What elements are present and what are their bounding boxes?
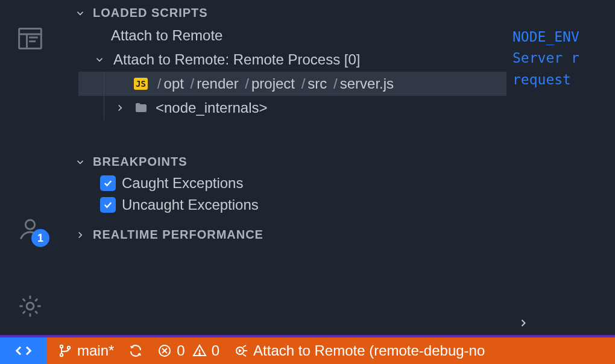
tree-item-label: Attach to Remote: Remote Process [0] bbox=[113, 51, 361, 68]
section-title: LOADED SCRIPTS bbox=[93, 6, 208, 20]
chevron-down-icon bbox=[93, 53, 106, 66]
warning-number: 0 bbox=[212, 342, 219, 359]
svg-marker-16 bbox=[239, 349, 242, 353]
tree-guide bbox=[104, 72, 104, 96]
git-branch[interactable]: main* bbox=[58, 342, 114, 359]
chevron-right-icon bbox=[74, 228, 87, 242]
svg-line-17 bbox=[243, 345, 246, 347]
chevron-down-icon bbox=[74, 155, 87, 169]
terminal-line: Server r bbox=[512, 50, 579, 66]
errors-count[interactable]: 0 bbox=[157, 342, 184, 359]
account-badge: 1 bbox=[31, 229, 49, 247]
svg-point-8 bbox=[60, 354, 63, 356]
terminal-line: request bbox=[512, 72, 571, 87]
section-header-loaded-scripts[interactable]: LOADED SCRIPTS bbox=[60, 2, 506, 24]
folder-icon bbox=[134, 101, 148, 115]
layout-icon[interactable] bbox=[16, 24, 45, 53]
tree-item-attach[interactable]: Attach to Remote bbox=[78, 24, 506, 48]
account-icon[interactable]: 1 bbox=[16, 215, 45, 243]
debug-sidebar: LOADED SCRIPTS Attach to Remote Attach t… bbox=[60, 0, 506, 335]
file-path: /opt /render /project /src /server.js bbox=[155, 75, 394, 92]
section-title: BREAKPOINTS bbox=[93, 155, 188, 169]
svg-point-14 bbox=[199, 353, 200, 354]
terminal-expand[interactable] bbox=[506, 311, 615, 335]
tree-guide bbox=[104, 96, 104, 120]
status-bar: main* 0 0 bbox=[0, 337, 615, 364]
warnings-count[interactable]: 0 bbox=[192, 342, 219, 359]
svg-point-7 bbox=[60, 345, 63, 348]
svg-line-18 bbox=[243, 354, 246, 356]
activity-bar: 1 bbox=[0, 0, 60, 335]
svg-point-6 bbox=[27, 303, 34, 310]
tree-item-server-js[interactable]: JS /opt /render /project /src /server.js bbox=[78, 72, 506, 96]
debug-target[interactable]: Attach to Remote (remote-debug-no bbox=[234, 342, 485, 359]
remote-indicator[interactable] bbox=[0, 337, 47, 364]
debug-target-label: Attach to Remote (remote-debug-no bbox=[253, 342, 485, 359]
svg-rect-0 bbox=[19, 29, 42, 49]
tree-item-node-internals[interactable]: <node_internals> bbox=[78, 96, 506, 120]
breakpoint-label: Uncaught Exceptions bbox=[122, 196, 259, 213]
sync-button[interactable] bbox=[128, 344, 143, 358]
gear-icon[interactable] bbox=[16, 292, 45, 321]
tree-item-label: Attach to Remote bbox=[111, 27, 222, 44]
tree-item-attach-process[interactable]: Attach to Remote: Remote Process [0] bbox=[78, 48, 506, 72]
breakpoint-uncaught-exceptions[interactable]: Uncaught Exceptions bbox=[100, 194, 506, 216]
breakpoint-label: Caught Exceptions bbox=[122, 175, 243, 192]
svg-point-9 bbox=[68, 347, 70, 349]
chevron-down-icon bbox=[74, 7, 87, 20]
checkbox-checked-icon[interactable] bbox=[100, 197, 116, 213]
error-number: 0 bbox=[177, 342, 184, 359]
checkbox-checked-icon[interactable] bbox=[100, 175, 116, 191]
section-header-realtime-performance[interactable]: REALTIME PERFORMANCE bbox=[60, 224, 506, 245]
branch-name: main* bbox=[77, 342, 114, 359]
tree-item-label: <node_internals> bbox=[156, 99, 267, 116]
chevron-right-icon bbox=[113, 101, 127, 115]
terminal-line: NODE_ENV bbox=[512, 29, 579, 45]
section-header-breakpoints[interactable]: BREAKPOINTS bbox=[60, 151, 506, 172]
section-title: REALTIME PERFORMANCE bbox=[93, 228, 263, 242]
svg-point-5 bbox=[25, 220, 34, 229]
terminal-output[interactable]: NODE_ENV Server r request bbox=[506, 0, 615, 311]
breakpoint-caught-exceptions[interactable]: Caught Exceptions bbox=[100, 172, 506, 194]
js-file-icon: JS bbox=[134, 78, 148, 90]
